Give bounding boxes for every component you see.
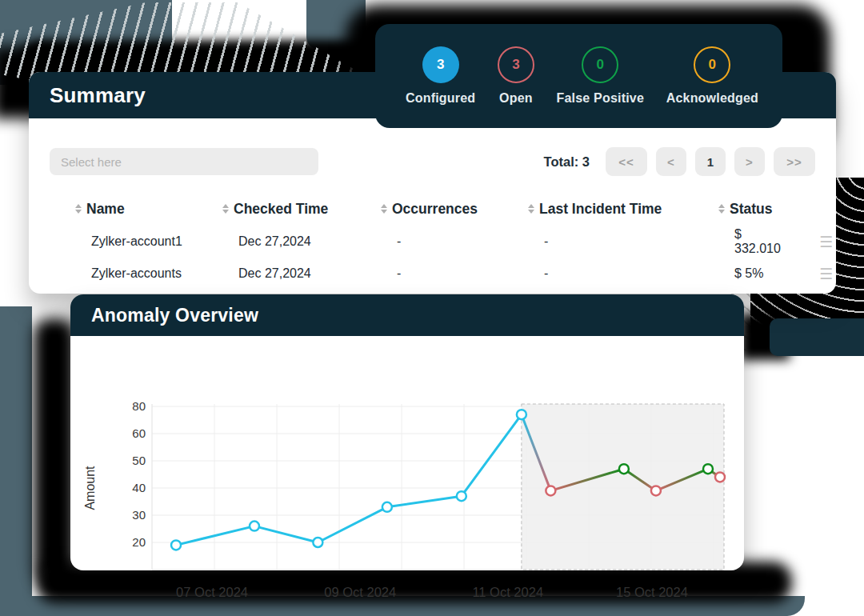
svg-text:30: 30 xyxy=(132,508,146,522)
cell-checked-time: Dec 27,2024 xyxy=(222,234,381,249)
stat-label: Configured xyxy=(406,91,475,106)
data-point-marker xyxy=(171,540,181,550)
data-point-marker xyxy=(715,472,725,482)
anomaly-chart-svg: 806050403020Amount07 Oct 202409 Oct 2024… xyxy=(70,336,744,612)
stat-count-badge: 0 xyxy=(694,46,730,83)
svg-text:07 Oct 2024: 07 Oct 2024 xyxy=(176,585,248,599)
cell-status: $ 5% xyxy=(718,266,791,281)
svg-text:11 Oct 2024: 11 Oct 2024 xyxy=(472,585,543,599)
svg-text:80: 80 xyxy=(132,399,146,413)
pagination-next-button[interactable]: > xyxy=(734,147,765,176)
column-label: Status xyxy=(730,201,772,218)
column-label: Name xyxy=(86,201,125,218)
anomaly-panel: Anomaly Overview 806050403020Amount07 Oc… xyxy=(70,294,744,570)
anomaly-header: Anomaly Overview xyxy=(70,294,744,336)
column-header-status: Status xyxy=(718,201,791,218)
stat-label: False Positive xyxy=(557,91,645,106)
data-point-marker xyxy=(546,486,555,495)
cell-name: Zylker-accounts xyxy=(75,266,222,281)
sort-icon[interactable] xyxy=(75,204,82,214)
cell-last-incident-time: - xyxy=(528,234,718,249)
table-row[interactable]: Zylker-account1 Dec 27,2024 - - $ 332.01… xyxy=(29,226,836,258)
pagination-prev-button[interactable]: < xyxy=(656,147,686,176)
column-label: Occurrences xyxy=(392,201,478,218)
stat-label: Open xyxy=(499,91,533,106)
decor-slate-left-strip xyxy=(0,306,32,616)
stat-count-badge: 3 xyxy=(422,46,459,83)
pagination-first-button[interactable]: << xyxy=(606,147,647,176)
data-point-marker xyxy=(457,491,466,501)
summary-toolbar: Total: 3 << < 1 > >> xyxy=(50,147,815,176)
data-point-marker xyxy=(651,486,661,495)
svg-text:20: 20 xyxy=(132,535,146,549)
sort-icon[interactable] xyxy=(381,204,387,214)
column-header-last-incident-time: Last Incident Time xyxy=(528,201,718,218)
stat-item-acknowledged[interactable]: 0Acknowledged xyxy=(666,46,758,106)
data-point-marker xyxy=(382,502,392,512)
cell-name: Zylker-account1 xyxy=(75,234,222,249)
filter-select-input[interactable] xyxy=(50,148,318,175)
summary-table: Name Checked Time Occurrences Last Incid… xyxy=(29,192,836,290)
table-header-row: Name Checked Time Occurrences Last Incid… xyxy=(29,192,836,226)
cell-occurrences: - xyxy=(381,266,528,281)
svg-text:15 Oct 2024: 15 Oct 2024 xyxy=(616,585,688,599)
pagination-last-button[interactable]: >> xyxy=(774,147,815,176)
summary-title: Summary xyxy=(50,83,146,108)
anomaly-title: Anomaly Overview xyxy=(91,305,258,326)
stat-item-open[interactable]: 3Open xyxy=(498,46,534,106)
cell-checked-time: Dec 27,2024 xyxy=(222,266,381,281)
total-count: Total: 3 xyxy=(544,154,590,170)
decor-shadow-anomaly-left xyxy=(34,318,75,582)
data-point-marker xyxy=(517,410,526,419)
stat-count-badge: 0 xyxy=(582,46,618,83)
svg-text:40: 40 xyxy=(132,481,146,494)
alert-stats-card: 3Configured3Open0False Positive0Acknowle… xyxy=(375,24,782,128)
anomaly-chart: 806050403020Amount07 Oct 202409 Oct 2024… xyxy=(70,336,744,612)
table-row[interactable]: Zylker-accounts Dec 27,2024 - - $ 5% ☰ xyxy=(29,258,836,290)
column-label: Checked Time xyxy=(234,201,328,218)
data-point-marker xyxy=(313,538,322,547)
pagination-page-button[interactable]: 1 xyxy=(695,147,726,176)
stat-item-configured[interactable]: 3Configured xyxy=(406,46,475,106)
stat-item-false-positive[interactable]: 0False Positive xyxy=(557,46,645,106)
cell-occurrences: - xyxy=(381,234,528,249)
column-label: Last Incident Time xyxy=(539,201,662,218)
stat-count-badge: 3 xyxy=(498,46,534,83)
svg-text:09 Oct 2024: 09 Oct 2024 xyxy=(324,585,396,599)
stat-label: Acknowledged xyxy=(666,91,758,106)
table-body: Zylker-account1 Dec 27,2024 - - $ 332.01… xyxy=(29,226,836,290)
data-point-marker xyxy=(250,522,259,531)
row-menu-icon[interactable]: ☰ xyxy=(819,234,836,250)
column-header-name: Name xyxy=(75,201,222,218)
data-point-marker xyxy=(703,464,713,474)
sort-icon[interactable] xyxy=(528,204,534,214)
sort-icon[interactable] xyxy=(718,204,725,214)
svg-text:Amount: Amount xyxy=(83,466,97,510)
cell-last-incident-time: - xyxy=(528,266,718,281)
cell-status: $ 332.010 xyxy=(718,227,791,256)
pagination: << < 1 > >> xyxy=(606,147,815,176)
decor-navy-accent xyxy=(770,318,864,356)
row-menu-icon[interactable]: ☰ xyxy=(819,266,836,282)
svg-text:50: 50 xyxy=(132,454,146,467)
sort-icon[interactable] xyxy=(222,204,229,214)
svg-text:60: 60 xyxy=(132,426,146,440)
data-point-marker xyxy=(619,464,629,474)
column-header-occurrences: Occurrences xyxy=(381,201,528,218)
column-header-checked-time: Checked Time xyxy=(222,201,381,218)
toolbar-right: Total: 3 << < 1 > >> xyxy=(544,147,815,176)
